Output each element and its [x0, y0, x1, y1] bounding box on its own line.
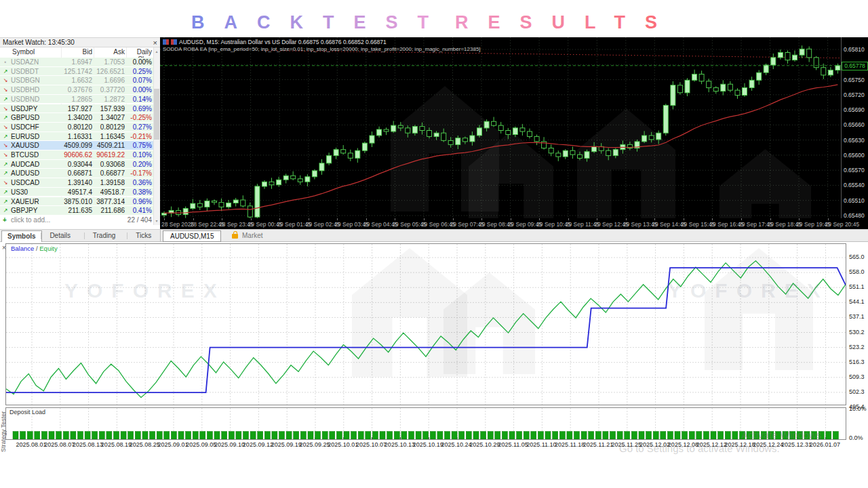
table-row[interactable]: ↗EURUSD1.163311.16345-0.21%	[0, 132, 153, 142]
column-bid[interactable]: Bid	[61, 48, 92, 56]
strategy-tester-tab[interactable]: Strategy Tester	[0, 394, 7, 469]
market-label: Market	[242, 230, 263, 241]
time-axis-tick	[222, 218, 222, 220]
table-row[interactable]: ↗GBPUSD1.340201.34027-0.25%	[0, 113, 153, 123]
date-axis-label: 2025.12.18	[724, 441, 755, 448]
daily-change-value: 0.07%	[122, 76, 152, 85]
table-row[interactable]: ↗USDBND1.28651.28720.14%	[0, 95, 153, 104]
table-row[interactable]: ↘XAUUSD4509.0994509.2110.75%	[0, 141, 153, 150]
price-axis-label: 0.65570	[844, 167, 865, 174]
up-arrow-icon: ↗	[1, 160, 9, 169]
down-arrow-icon: ↘	[1, 150, 9, 160]
table-row[interactable]: ↘USDBGN1.66321.66960.07%	[0, 76, 153, 85]
ask-value: 1.39158	[94, 178, 125, 188]
table-row[interactable]: ↗US3049517.449518.70.38%	[0, 188, 153, 197]
table-row[interactable]: ↘USDJPY157.927157.9390.69%	[0, 104, 153, 114]
scrollbar-thumb[interactable]	[154, 89, 159, 140]
ask-value: 211.686	[94, 206, 125, 216]
chart-title-text: AUDUSD, M15: Australian Dollar vs US Dol…	[179, 39, 387, 45]
add-symbol-icon[interactable]: +	[3, 216, 7, 225]
date-axis-label: 2025.08.19	[101, 441, 132, 448]
legend-balance: Balance	[11, 245, 34, 252]
scroll-down-icon[interactable]: ▾	[153, 218, 160, 223]
date-axis-label: 2025.11.18	[555, 441, 585, 448]
ask-value: 0.93068	[94, 160, 125, 169]
tab-trading[interactable]: Trading	[87, 230, 121, 241]
daily-change-value: -0.25%	[122, 113, 152, 123]
symbol-name: USDAZN	[11, 58, 39, 67]
table-row[interactable]: ↘USDBHD0.376760.377200.00%	[0, 85, 153, 95]
tab-audusd-m15[interactable]: AUDUSD,M15	[163, 230, 221, 242]
candlestick-plot[interactable]	[160, 37, 841, 221]
balance-equity-plot[interactable]	[5, 243, 846, 405]
close-icon[interactable]: ×	[153, 38, 157, 47]
bid-value: 90606.62	[61, 150, 92, 160]
time-axis-tick	[481, 218, 482, 220]
column-symbol[interactable]: Symbol	[12, 48, 35, 56]
add-symbol-label[interactable]: click to add...	[11, 216, 50, 225]
bid-value: 211.635	[61, 206, 92, 216]
daily-change-value: -0.21%	[122, 132, 152, 142]
market-watch-header: Symbol Bid Ask Daily Ch...	[0, 47, 160, 58]
table-row[interactable]: ↗GBPJPY211.635211.6860.41%	[0, 206, 153, 216]
strategy-tester-panel: × Balance / Equity Deposit Load 10.0% 0.…	[0, 242, 868, 488]
tab-divider	[127, 232, 127, 239]
daily-change-value: 0.00%	[122, 58, 152, 67]
table-row[interactable]: ↘USDCHF0.801200.801290.27%	[0, 123, 153, 132]
date-axis-label: 2025.09.12	[243, 441, 273, 448]
symbol-name: USDBHD	[11, 85, 39, 95]
money-axis-label: 509.3	[849, 373, 865, 380]
price-axis-label: 0.65630	[844, 137, 865, 144]
tab-symbols[interactable]: Symbols	[1, 230, 42, 242]
up-arrow-icon: ↗	[1, 67, 9, 77]
money-axis-label: 551.1	[849, 283, 865, 290]
scroll-up-icon[interactable]: ▴	[153, 49, 160, 54]
up-arrow-icon: ↗	[1, 197, 9, 207]
price-axis-label: 0.65510	[844, 197, 865, 204]
tab-divider	[84, 232, 85, 239]
money-axis-label: 530.2	[849, 329, 865, 336]
daily-change-value: 0.00%	[122, 85, 152, 95]
price-axis-label: 0.65720	[844, 92, 865, 98]
banner-letter: A	[224, 12, 257, 33]
column-ask[interactable]: Ask	[94, 48, 125, 56]
symbol-name: US30	[11, 188, 28, 197]
table-row[interactable]: ↗AUDUSD0.668710.66877-0.17%	[0, 169, 153, 178]
symbol-name: XAUEUR	[11, 197, 39, 207]
deposit-load-label: Deposit Load	[9, 409, 45, 415]
bid-value: 49517.4	[61, 188, 92, 197]
money-axis-label: 537.1	[849, 313, 865, 320]
load-axis-min: 0.0%	[849, 434, 863, 441]
daily-change-value: -0.17%	[122, 169, 152, 178]
tab-details[interactable]: Details	[44, 230, 76, 241]
table-row[interactable]: ▪USDAZN1.69471.70530.00%	[0, 58, 153, 67]
date-axis-label: 2025.09.19	[271, 441, 302, 448]
deposit-load-plot[interactable]	[5, 407, 846, 440]
date-axis-label: 2025.08.13	[73, 441, 103, 448]
candlestick-svg	[160, 37, 841, 218]
price-chart-panel: AUDUSD, M15: Australian Dollar vs US Dol…	[160, 37, 868, 229]
ask-value: 3877.314	[94, 197, 125, 207]
ask-value: 0.37720	[94, 85, 125, 95]
banner-letter: S	[645, 12, 677, 33]
table-row[interactable]: ↘BTCUSD90606.6290619.220.10%	[0, 150, 153, 160]
table-row[interactable]: ↘USDCAD1.391401.391580.36%	[0, 178, 153, 188]
money-axis-label: 523.2	[849, 344, 865, 350]
tester-legend: Balance / Equity	[9, 245, 59, 252]
time-axis-label: 29 Sep 20:45	[825, 221, 860, 228]
table-row[interactable]: ↗XAUEUR3875.0103877.3140.96%	[0, 197, 153, 207]
tab-ticks[interactable]: Ticks	[130, 230, 157, 241]
money-axis-label: 565.0	[849, 253, 865, 260]
watermark-text: YOFOREX	[668, 279, 829, 302]
time-axis-label: 28 Sep 2025	[161, 221, 194, 228]
table-row[interactable]: ↗AUDCAD0.930440.930680.20%	[0, 160, 153, 169]
watermark-text: YOFOREX	[64, 279, 226, 302]
up-arrow-icon: ↗	[1, 95, 9, 104]
table-row[interactable]: ↗USDBDT125.1742126.65210.25%	[0, 67, 153, 77]
daily-change-value: 0.75%	[122, 141, 152, 150]
market-watch-panel: Market Watch: 13:45:30 × Symbol Bid Ask …	[0, 37, 161, 230]
ask-value: 1.34027	[94, 113, 125, 123]
money-axis-label: 516.3	[849, 359, 865, 365]
time-axis-tick	[309, 218, 309, 220]
symbol-name: USDBND	[11, 95, 39, 104]
